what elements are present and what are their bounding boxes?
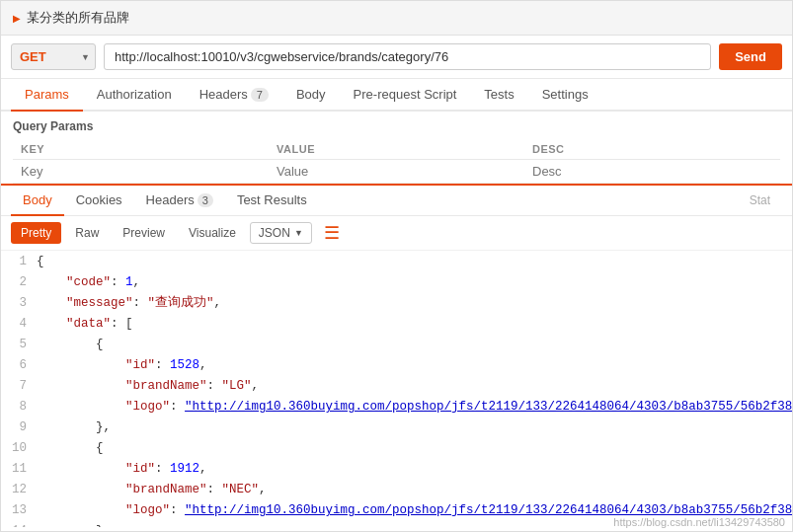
code-line: 2 "code": 1, — [1, 271, 792, 292]
line-number: 5 — [1, 334, 37, 354]
code-line: 3 "message": "查询成功", — [1, 292, 792, 313]
line-content: }, — [37, 417, 792, 437]
line-number: 8 — [1, 396, 37, 417]
line-number: 1 — [1, 251, 37, 271]
res-headers-badge: 3 — [198, 193, 213, 207]
request-tabs: Params Authorization Headers7 Body Pre-r… — [1, 79, 792, 112]
preview-button[interactable]: Preview — [113, 222, 175, 244]
code-line: 11 "id": 1912, — [1, 458, 792, 479]
url-bar: GET POST PUT DELETE Send — [1, 36, 792, 79]
line-number: 12 — [1, 479, 37, 499]
line-number: 7 — [1, 375, 37, 396]
tab-pre-request-script[interactable]: Pre-request Script — [340, 79, 471, 112]
params-table: KEY VALUE DESC — [13, 139, 780, 184]
code-view: 1{2 "code": 1,3 "message": "查询成功",4 "dat… — [1, 251, 792, 527]
watermark: https://blog.csdn.net/li13429743580 — [613, 516, 785, 528]
line-content: "code": 1, — [37, 271, 792, 292]
save-icon[interactable]: ☰ — [324, 222, 340, 244]
query-params-title: Query Params — [13, 119, 780, 133]
line-number: 10 — [1, 437, 37, 458]
title-text: 某分类的所有品牌 — [27, 9, 129, 27]
response-tabs: Body Cookies Headers3 Test Results Stat — [1, 184, 792, 216]
line-content: { — [37, 251, 792, 271]
tab-settings[interactable]: Settings — [528, 79, 602, 112]
line-number: 9 — [1, 417, 37, 437]
desc-column-header: DESC — [524, 139, 780, 160]
param-row — [13, 160, 780, 184]
tab-authorization[interactable]: Authorization — [83, 79, 186, 112]
line-content: "id": 1528, — [37, 354, 792, 375]
raw-button[interactable]: Raw — [65, 222, 109, 244]
line-content: "data": [ — [37, 313, 792, 334]
param-desc-input[interactable] — [532, 164, 772, 179]
code-line: 4 "data": [ — [1, 313, 792, 334]
code-line: 12 "brandName": "NEC", — [1, 479, 792, 499]
line-number: 14 — [1, 520, 37, 527]
format-dropdown[interactable]: JSON — [250, 222, 312, 244]
key-column-header: KEY — [13, 139, 269, 160]
code-line: 1{ — [1, 251, 792, 271]
title-arrow: ▶ — [13, 13, 21, 24]
code-line: 6 "id": 1528, — [1, 354, 792, 375]
line-number: 6 — [1, 354, 37, 375]
code-line: 5 { — [1, 334, 792, 354]
line-content: "logo": "http://img10.360buyimg.com/pops… — [37, 396, 792, 417]
value-column-header: VALUE — [269, 139, 524, 160]
pretty-button[interactable]: Pretty — [11, 222, 61, 244]
line-number: 13 — [1, 499, 37, 520]
res-tab-cookies[interactable]: Cookies — [64, 186, 134, 216]
line-content: "brandName": "LG", — [37, 375, 792, 396]
method-wrapper: GET POST PUT DELETE — [11, 43, 96, 70]
line-number: 2 — [1, 271, 37, 292]
tab-tests[interactable]: Tests — [470, 79, 527, 112]
tab-body[interactable]: Body — [282, 79, 340, 112]
line-content: { — [37, 437, 792, 458]
param-key-input[interactable] — [21, 164, 261, 179]
res-tab-test-results[interactable]: Test Results — [225, 186, 319, 216]
line-content: "id": 1912, — [37, 458, 792, 479]
headers-badge: 7 — [251, 88, 269, 102]
res-tab-body[interactable]: Body — [11, 186, 64, 216]
line-number: 3 — [1, 292, 37, 313]
code-line: 8 "logo": "http://img10.360buyimg.com/po… — [1, 396, 792, 417]
line-content: "message": "查询成功", — [37, 292, 792, 313]
send-button[interactable]: Send — [719, 43, 782, 70]
code-line: 7 "brandName": "LG", — [1, 375, 792, 396]
visualize-button[interactable]: Visualize — [179, 222, 246, 244]
format-bar: Pretty Raw Preview Visualize JSON ☰ — [1, 216, 792, 251]
res-tab-headers[interactable]: Headers3 — [134, 186, 225, 216]
line-content: { — [37, 334, 792, 354]
res-tab-stat[interactable]: Stat — [738, 186, 782, 216]
line-number: 11 — [1, 458, 37, 479]
tab-headers[interactable]: Headers7 — [186, 79, 282, 112]
method-select[interactable]: GET POST PUT DELETE — [11, 43, 96, 70]
query-params-section: Query Params KEY VALUE DESC — [1, 112, 792, 184]
line-content: "brandName": "NEC", — [37, 479, 792, 499]
title-bar: ▶ 某分类的所有品牌 — [1, 1, 792, 36]
line-number: 4 — [1, 313, 37, 334]
code-line: 9 }, — [1, 417, 792, 437]
tab-params[interactable]: Params — [11, 79, 83, 112]
code-line: 10 { — [1, 437, 792, 458]
param-value-input[interactable] — [277, 164, 516, 179]
url-input[interactable] — [104, 43, 711, 70]
